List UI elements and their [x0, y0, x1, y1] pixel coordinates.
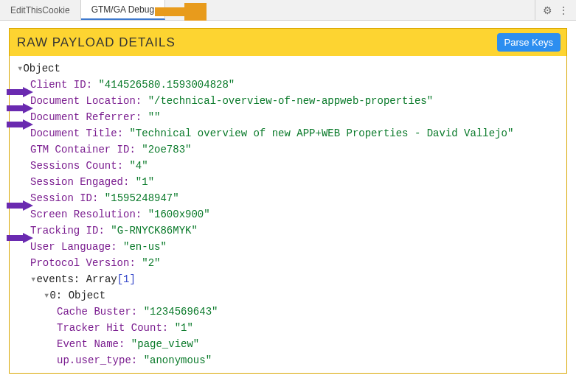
tree-row: Session ID: "1595248947" — [17, 190, 562, 206]
tree-row: Protocol Version: "2" — [17, 255, 562, 271]
svg-marker-2 — [7, 103, 33, 113]
tree-row: Event Name: "page_view" — [17, 336, 562, 352]
payload-tree: ▾Object Client ID: "414526580.1593004828… — [10, 56, 566, 373]
tab-gtm-ga-debug[interactable]: GTM/GA Debug — [81, 0, 165, 20]
tree-row: Tracking ID: "G-RNYCK86MYK" — [17, 223, 562, 239]
tree-row: Document Location: "/technical-overview-… — [17, 93, 562, 109]
tree-row: Document Referrer: "" — [17, 109, 562, 125]
panel-title: RAW PAYLOAD DETAILS — [17, 35, 176, 50]
tree-row: Sessions Count: "4" — [17, 158, 562, 174]
tree-row: Tracker Hit Count: "1" — [17, 320, 562, 336]
kebab-menu-icon[interactable]: ⋮ — [558, 4, 569, 16]
tree-row: Session Engaged: "1" — [17, 174, 562, 190]
tree-events[interactable]: ▾events: Array[1] — [17, 271, 562, 287]
annotation-arrow-purple — [7, 200, 33, 211]
raw-payload-panel: RAW PAYLOAD DETAILS Parse Keys ▾Object C… — [9, 28, 567, 374]
tree-row: Client ID: "414526580.1593004828" — [17, 77, 562, 93]
tree-row: up.user_type: "anonymous" — [17, 352, 562, 368]
panel-header: RAW PAYLOAD DETAILS Parse Keys — [10, 29, 566, 56]
tree-row: Document Title: "Technical overview of n… — [17, 125, 562, 141]
parse-keys-button[interactable]: Parse Keys — [497, 33, 561, 52]
tree-row: Cache Buster: "1234569643" — [17, 304, 562, 320]
svg-marker-3 — [7, 119, 33, 130]
gear-icon[interactable]: ⚙ — [543, 4, 552, 16]
tab-editthiscookie[interactable]: EditThisCookie — [0, 0, 81, 20]
svg-marker-4 — [7, 200, 33, 211]
annotation-arrow-orange — [155, 3, 207, 21]
svg-marker-0 — [155, 3, 207, 21]
annotation-arrow-purple — [7, 103, 33, 113]
tree-root[interactable]: ▾Object — [17, 60, 562, 77]
svg-marker-1 — [7, 87, 33, 97]
tab-bar: EditThisCookie GTM/GA Debug ⚙ ⋮ — [0, 0, 576, 21]
annotation-arrow-purple — [7, 87, 33, 97]
tree-event-0[interactable]: ▾0: Object — [17, 287, 562, 304]
tree-row: Screen Resolution: "1600x900" — [17, 206, 562, 223]
annotation-arrow-purple — [7, 119, 33, 130]
tree-row: User Language: "en-us" — [17, 239, 562, 255]
svg-marker-5 — [7, 233, 33, 243]
annotation-arrow-purple — [7, 233, 33, 243]
tree-row: GTM Container ID: "2oe783" — [17, 141, 562, 158]
